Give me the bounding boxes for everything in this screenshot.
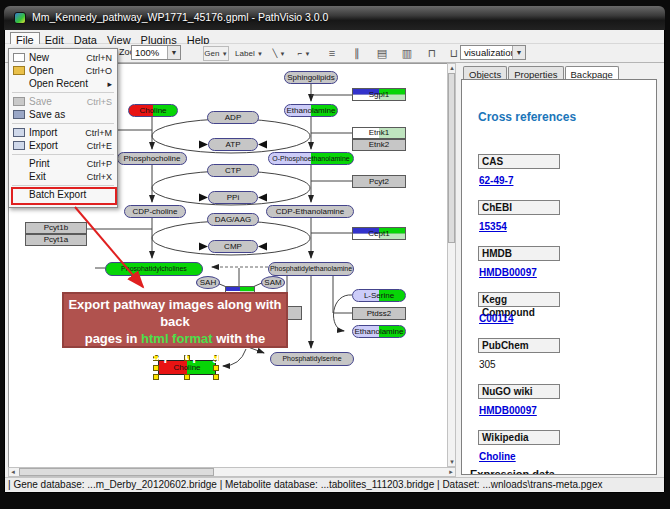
side-panel: ObjectsPropertiesBackpageSearchLegend Cr… — [459, 63, 659, 477]
scroll-left-icon[interactable]: ◂ — [9, 468, 17, 476]
expression-data-heading: Expression data — [470, 468, 555, 475]
batch-export-highlight-box — [11, 187, 117, 205]
xref-section-hmdb: HMDB — [478, 246, 560, 261]
vertical-scrollbar[interactable]: ▴ ▾ — [447, 63, 456, 467]
menu-item-save[interactable]: SaveCtrl+S — [9, 95, 117, 108]
selection-handle[interactable] — [213, 365, 219, 371]
menu-item-open[interactable]: OpenCtrl+O — [9, 64, 117, 77]
align-center-horizontal-icon[interactable]: ≡ — [323, 45, 341, 61]
menu-separator — [12, 185, 114, 186]
node-l-serine[interactable]: L-Serine — [352, 289, 406, 302]
xref-link-cas[interactable]: 62-49-7 — [479, 175, 513, 186]
cross-references-heading: Cross references — [478, 110, 576, 124]
xref-section-kegg: Kegg Compound — [478, 292, 560, 307]
xref-link-hmdb[interactable]: HMDB00097 — [479, 267, 537, 278]
menu-item-save-as[interactable]: Save as — [9, 108, 117, 121]
xref-link-wikipedia[interactable]: Choline — [479, 451, 516, 462]
scroll-down-icon[interactable]: ▾ — [448, 458, 456, 466]
menu-item-print[interactable]: PrintCtrl+P — [9, 157, 117, 170]
menu-item-exit[interactable]: ExitCtrl+X — [9, 170, 117, 183]
node-phosphocholine[interactable]: Phosphocholine — [117, 152, 187, 165]
save-as-icon — [13, 110, 25, 119]
chevron-down-icon: ▼ — [280, 51, 286, 57]
zoom-combobox[interactable]: 100% ▼ — [131, 45, 181, 60]
side-panel-tabs: ObjectsPropertiesBackpageSearchLegend — [463, 64, 659, 79]
node-etnk1[interactable]: Etnk1 — [352, 127, 406, 139]
annotation-line1: Export pathway images along with back — [64, 296, 286, 330]
annotation-callout: Export pathway images along with back pa… — [62, 292, 288, 348]
menu-item-export[interactable]: ExportCtrl+E — [9, 139, 117, 152]
datanode-template-button[interactable]: Gen ▼ — [203, 46, 229, 61]
node-cept1[interactable]: Cept1 — [352, 227, 406, 240]
open-folder-icon — [13, 66, 25, 75]
stack-vertical-icon[interactable]: ⊓ — [423, 45, 441, 61]
menu-item-import[interactable]: ImportCtrl+M — [9, 126, 117, 139]
node-dag-aag[interactable]: DAG/AAG — [207, 213, 259, 226]
scroll-up-icon[interactable]: ▴ — [448, 64, 456, 72]
annotation-line3: HtmlExport plugin — [64, 347, 286, 364]
scroll-right-icon[interactable]: ▸ — [447, 468, 455, 476]
node-ppi[interactable]: PPi — [208, 191, 258, 204]
xref-link-nugo[interactable]: HMDB00097 — [479, 405, 537, 416]
chevron-down-icon: ▼ — [304, 51, 310, 57]
zoom-dropdown-icon[interactable]: ▼ — [167, 46, 180, 59]
node-atp[interactable]: ATP — [208, 138, 258, 151]
node-choline[interactable]: Choline — [128, 104, 178, 117]
xref-link-kegg[interactable]: C00114 — [479, 313, 513, 324]
node-cmp[interactable]: CMP — [208, 240, 258, 253]
menu-item-new[interactable]: NewCtrl+N — [9, 51, 117, 64]
xref-link-chebi[interactable]: 15354 — [479, 221, 507, 232]
node-phosphatidylethanolamine[interactable]: Phosphatidylethanolamine — [268, 262, 354, 276]
node-adp[interactable]: ADP — [207, 111, 259, 124]
line-tool-button[interactable]: ╲ ▼ — [268, 46, 290, 61]
node-etnk2[interactable]: Etnk2 — [352, 139, 406, 151]
title-bar[interactable]: Mm_Kennedy_pathway_WP1771_45176.gpml - P… — [4, 6, 665, 30]
new-file-icon — [13, 53, 25, 62]
node-ethanolamine-2[interactable]: Ethanolamine — [352, 325, 406, 338]
node-pcyt2[interactable]: Pcyt2 — [352, 175, 406, 188]
menu-separator — [12, 154, 114, 155]
visualization-dropdown-icon[interactable]: ▼ — [512, 46, 525, 59]
node-sah[interactable]: SAH — [196, 276, 220, 289]
backpage-content: Cross references CAS 62-49-7 ChEBI 15354… — [461, 79, 657, 475]
menu-separator — [12, 123, 114, 124]
selection-handle[interactable] — [184, 374, 190, 380]
node-pcyt1a[interactable]: Pcyt1a — [25, 234, 87, 246]
app-icon — [14, 12, 26, 24]
label-template-button[interactable]: Label ▼ — [233, 46, 265, 61]
selection-handle[interactable] — [153, 365, 159, 371]
xref-section-nugo: NuGO wiki — [478, 384, 560, 399]
node-ctp[interactable]: CTP — [207, 164, 259, 177]
visualization-combobox[interactable]: visualization ▼ — [460, 45, 526, 60]
node-cdp-choline[interactable]: CDP-choline — [124, 205, 186, 218]
node-sam[interactable]: SAM — [261, 276, 285, 289]
distribute-horizontal-icon[interactable]: ▤ — [373, 45, 391, 61]
window-title: Mm_Kennedy_pathway_WP1771_45176.gpml - P… — [32, 11, 328, 23]
selection-handle[interactable] — [213, 374, 219, 380]
distribute-vertical-icon[interactable]: ▥ — [398, 45, 416, 61]
status-bar: | Gene database: ...m_Derby_20120602.bri… — [5, 477, 664, 491]
chevron-down-icon: ▼ — [257, 51, 263, 57]
menu-bar: FileEditDataViewPluginsHelp — [5, 30, 664, 44]
xref-section-cas: CAS — [478, 154, 560, 169]
selection-handle[interactable] — [153, 374, 159, 380]
node-ethanolamine[interactable]: Ethanolamine — [284, 104, 338, 117]
vertical-scroll-thumb[interactable] — [448, 73, 455, 243]
highlighted-text: html format — [141, 331, 213, 346]
horizontal-scroll-thumb[interactable] — [19, 468, 214, 476]
horizontal-scrollbar[interactable]: ◂ ▸ — [8, 467, 456, 477]
connector-tool-button[interactable]: ⌐ ▼ — [293, 46, 315, 61]
node-phosphatidylcholines[interactable]: Phosphatidylcholines — [105, 262, 203, 276]
node-pcyt1b[interactable]: Pcyt1b — [25, 222, 87, 234]
save-icon — [13, 97, 25, 106]
import-icon — [13, 128, 25, 137]
annotation-line2: pages in html format with the — [64, 330, 286, 347]
node-ptdss2[interactable]: Ptdss2 — [352, 307, 406, 320]
node-sgpl1[interactable]: Sgpl1 — [352, 88, 406, 101]
node-cdp-ethanolamine[interactable]: CDP-Ethanolamine — [266, 205, 354, 218]
align-center-vertical-icon[interactable]: ∥ — [348, 45, 366, 61]
node-sphingolipids[interactable]: Sphingolipids — [284, 71, 338, 84]
node-o-phosphoethanolamine[interactable]: O-Phosphoethanolamine — [268, 152, 354, 165]
menu-item-open-recent[interactable]: Open Recent▸ — [9, 77, 117, 90]
file-menu-popup: NewCtrl+N OpenCtrl+O Open Recent▸ SaveCt… — [8, 48, 118, 208]
